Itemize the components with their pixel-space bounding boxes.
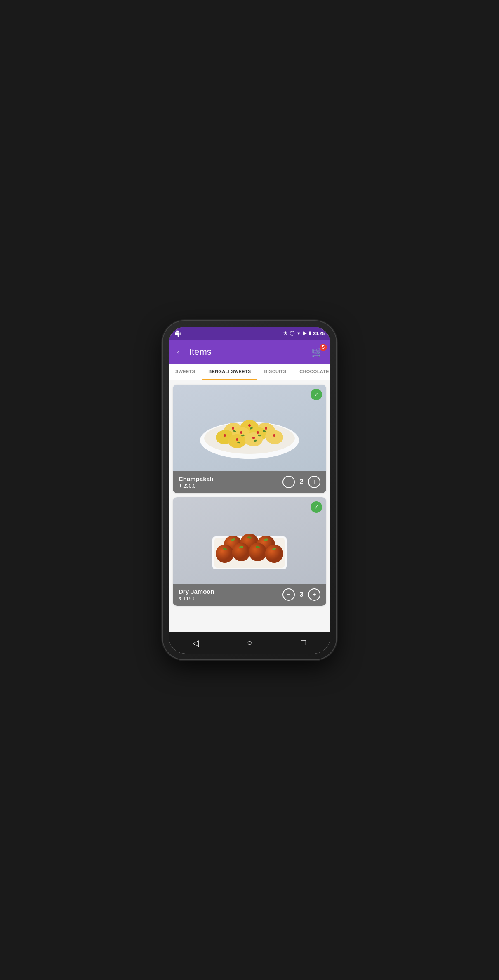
dry-jamoon-image: ✓ <box>173 497 326 584</box>
svg-point-38 <box>232 543 250 561</box>
champakali-qty-controls: − 2 + <box>282 476 320 488</box>
svg-point-13 <box>248 424 251 427</box>
tab-chocolate[interactable]: CHOCOLATE <box>293 364 330 380</box>
svg-point-20 <box>257 431 259 434</box>
back-nav-button[interactable]: ◁ <box>187 635 204 651</box>
items-list: ✓ Champakali ₹ 230.0 − 2 + <box>169 380 330 632</box>
home-nav-button[interactable]: ○ <box>241 635 258 651</box>
tab-bengali-sweets[interactable]: BENGALI SWEETS <box>202 364 257 380</box>
champakali-price: ₹ 230.0 <box>179 483 213 489</box>
svg-point-18 <box>240 431 242 434</box>
status-icons: ★ ◯ ▼ ▶ ▮ 23:25 <box>283 331 325 336</box>
champakali-decrease-button[interactable]: − <box>282 476 295 488</box>
svg-point-23 <box>236 438 238 441</box>
champakali-quantity: 2 <box>298 478 305 486</box>
dry-jamoon-decrease-button[interactable]: − <box>282 588 295 601</box>
dry-jamoon-check-badge: ✓ <box>311 501 322 513</box>
svg-point-10 <box>245 432 263 446</box>
champakali-info: Champakali ₹ 230.0 − 2 + <box>173 471 326 493</box>
bluetooth-icon: ★ <box>283 331 287 336</box>
recent-nav-button[interactable]: □ <box>295 635 312 651</box>
champakali-image: ✓ <box>173 385 326 471</box>
dry-jamoon-increase-button[interactable]: + <box>308 588 320 601</box>
signal-icon: ▶ <box>303 331 306 336</box>
bottom-nav: ◁ ○ □ <box>169 632 330 654</box>
svg-point-40 <box>249 543 267 561</box>
item-card-champakali: ✓ Champakali ₹ 230.0 − 2 + <box>173 385 326 493</box>
dry-jamoon-name: Dry Jamoon <box>179 588 214 595</box>
cart-badge: 5 <box>320 344 327 351</box>
champakali-name: Champakali <box>179 475 213 482</box>
champakali-check-badge: ✓ <box>311 389 322 400</box>
wifi-icon: ▼ <box>297 331 301 336</box>
back-button[interactable]: ← <box>175 347 184 357</box>
cart-button[interactable]: 🛒 5 <box>311 346 324 358</box>
tab-biscuits[interactable]: BISCUITS <box>257 364 293 380</box>
phone-screen: ★ ◯ ▼ ▶ ▮ 23:25 ← Items 🛒 5 SWEETS BENGA… <box>169 327 330 654</box>
champakali-increase-button[interactable]: + <box>308 476 320 488</box>
svg-point-17 <box>224 434 226 437</box>
dry-jamoon-qty-controls: − 3 + <box>282 588 320 601</box>
battery-icon: ▮ <box>308 331 311 336</box>
app-bar: ← Items 🛒 5 <box>169 340 330 364</box>
svg-point-9 <box>228 434 246 448</box>
dry-jamoon-quantity: 3 <box>298 591 305 598</box>
dry-jamoon-illustration <box>192 503 307 578</box>
svg-point-15 <box>265 427 267 430</box>
dry-jamoon-info: Dry Jamoon ₹ 115.0 − 3 + <box>173 584 326 606</box>
status-bar: ★ ◯ ▼ ▶ ▮ 23:25 <box>169 327 330 340</box>
time-display: 23:25 <box>313 331 325 336</box>
svg-point-22 <box>273 434 275 437</box>
phone-frame: ★ ◯ ▼ ▶ ▮ 23:25 ← Items 🛒 5 SWEETS BENGA… <box>163 321 336 659</box>
android-icon <box>174 330 181 337</box>
svg-point-11 <box>232 427 234 430</box>
champakali-illustration <box>192 391 307 465</box>
svg-point-36 <box>216 545 234 563</box>
category-tabs: SWEETS BENGALI SWEETS BISCUITS CHOCOLATE <box>169 364 330 380</box>
tab-sweets[interactable]: SWEETS <box>169 364 202 380</box>
dry-jamoon-price: ₹ 115.0 <box>179 596 214 602</box>
svg-point-42 <box>265 545 283 563</box>
page-title: Items <box>189 347 311 357</box>
alarm-icon: ◯ <box>290 331 294 336</box>
svg-point-25 <box>252 437 255 439</box>
item-card-dry-jamoon: ✓ Dry Jamoon ₹ 115.0 − 3 + <box>173 497 326 606</box>
